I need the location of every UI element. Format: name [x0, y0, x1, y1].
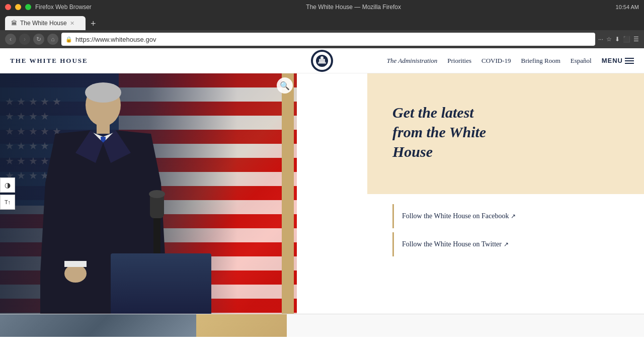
- back-button[interactable]: ‹: [5, 34, 16, 45]
- tab-favicon: 🏛: [11, 20, 17, 27]
- wh-seal-inner: [313, 52, 331, 70]
- system-time: 10:54 AM: [616, 4, 639, 10]
- home-button[interactable]: ⌂: [47, 34, 58, 45]
- tab-close-button[interactable]: ✕: [70, 20, 74, 27]
- new-tab-button[interactable]: +: [88, 19, 99, 29]
- tab-title: The White House: [20, 20, 67, 27]
- nav-link-administration[interactable]: The Administration: [387, 57, 438, 65]
- nav-menu-button[interactable]: MENU: [602, 57, 634, 64]
- facebook-link-text: Follow the White House on Facebook: [402, 212, 509, 220]
- titlebar-right: 10:54 AM: [616, 4, 639, 10]
- info-title-text: Get the latestfrom the WhiteHouse: [392, 104, 486, 160]
- twitter-link-text: Follow the White House on Twitter: [402, 240, 502, 248]
- info-panel: Get the latestfrom the WhiteHouse: [367, 73, 644, 194]
- info-content: Get the latestfrom the WhiteHouse: [392, 103, 619, 165]
- wh-seal-svg: [315, 54, 329, 68]
- overflow-menu-icon[interactable]: ···: [598, 36, 603, 43]
- menu-icon: [625, 58, 634, 64]
- podium: [111, 253, 211, 314]
- text-size-button[interactable]: T↑: [0, 195, 15, 210]
- info-title: Get the latestfrom the WhiteHouse: [392, 103, 619, 161]
- tab-bar: 🏛 The White House ✕ +: [0, 14, 644, 30]
- menu-line-3: [625, 63, 634, 64]
- address-bar[interactable]: 🔒 https://www.whitehouse.gov: [61, 33, 595, 46]
- nav-link-espanol[interactable]: Español: [571, 57, 592, 65]
- site-nav: THE WHITE HOUSE The Administration Prior…: [0, 48, 644, 73]
- site-logo[interactable]: THE WHITE HOUSE: [10, 57, 88, 65]
- reload-button[interactable]: ↻: [33, 34, 44, 45]
- hamburger-menu-icon[interactable]: ☰: [633, 36, 639, 43]
- hero-section: ★ ★ ★ ★ ★ ★ ★ ★ ★ ★ ★ ★ ★ ★ ★ ★ ★ ★ ★ ★ …: [0, 73, 644, 314]
- nav-link-priorities[interactable]: Priorities: [447, 57, 471, 65]
- browser-toolbar: ‹ › ↻ ⌂ 🔒 https://www.whitehouse.gov ···…: [0, 30, 644, 48]
- svg-rect-17: [64, 261, 87, 267]
- bottom-strip: [0, 314, 644, 337]
- svg-rect-2: [318, 62, 326, 64]
- menu-line-1: [625, 58, 634, 59]
- bookmark-icon[interactable]: ☆: [606, 36, 612, 43]
- svg-rect-12: [97, 124, 110, 134]
- nav-link-briefing[interactable]: Briefing Room: [521, 57, 560, 65]
- search-button[interactable]: 🔍: [277, 77, 293, 94]
- wh-seal: [311, 50, 333, 72]
- window-title: The White House — Mozilla Firefox: [306, 4, 401, 11]
- menu-label: MENU: [602, 57, 623, 64]
- browser-action-buttons: ··· ☆ ⬇ ⬛ ☰: [598, 36, 639, 43]
- os-titlebar: Firefox Web Browser The White House — Mo…: [0, 0, 644, 14]
- svg-point-3: [320, 56, 324, 59]
- svg-point-15: [64, 264, 87, 283]
- bottom-thumb-left[interactable]: [0, 314, 196, 337]
- forward-button[interactable]: ›: [19, 34, 30, 45]
- search-icon: 🔍: [280, 81, 290, 90]
- svg-point-11: [85, 82, 121, 103]
- facebook-link[interactable]: Follow the White House on Facebook ↗: [392, 204, 619, 228]
- twitter-link[interactable]: Follow the White House on Twitter ↗: [392, 232, 619, 256]
- titlebar-left: Firefox Web Browser: [5, 4, 92, 11]
- microphone-head: [149, 190, 165, 198]
- extensions-icon[interactable]: ⬛: [623, 36, 630, 43]
- twitter-arrow-icon: ↗: [504, 241, 509, 248]
- website-content: THE WHITE HOUSE The Administration Prior…: [0, 48, 644, 362]
- section-divider: [282, 73, 294, 314]
- app-name: Firefox Web Browser: [35, 4, 92, 11]
- downloads-icon[interactable]: ⬇: [615, 36, 620, 43]
- lock-icon: 🔒: [65, 36, 72, 43]
- contrast-toggle-button[interactable]: ◑: [0, 177, 15, 193]
- browser-tab-whitehouse[interactable]: 🏛 The White House ✕: [5, 16, 86, 30]
- nav-links: The Administration Priorities COVID-19 B…: [387, 57, 634, 65]
- accessibility-sidebar: ◑ T↑: [0, 177, 15, 210]
- social-links-panel: Follow the White House on Facebook ↗ Fol…: [367, 194, 644, 270]
- facebook-arrow-icon: ↗: [511, 213, 516, 220]
- traffic-light-red[interactable]: [5, 4, 11, 10]
- menu-line-2: [625, 60, 634, 61]
- traffic-light-green[interactable]: [25, 4, 31, 10]
- bottom-thumb-right[interactable]: [196, 314, 287, 337]
- wh-seal-container[interactable]: [311, 50, 333, 72]
- hero-image: ★ ★ ★ ★ ★ ★ ★ ★ ★ ★ ★ ★ ★ ★ ★ ★ ★ ★ ★ ★ …: [0, 73, 297, 314]
- nav-link-covid[interactable]: COVID-19: [481, 57, 511, 65]
- url-text: https://www.whitehouse.gov: [75, 36, 591, 43]
- traffic-light-yellow[interactable]: [15, 4, 21, 10]
